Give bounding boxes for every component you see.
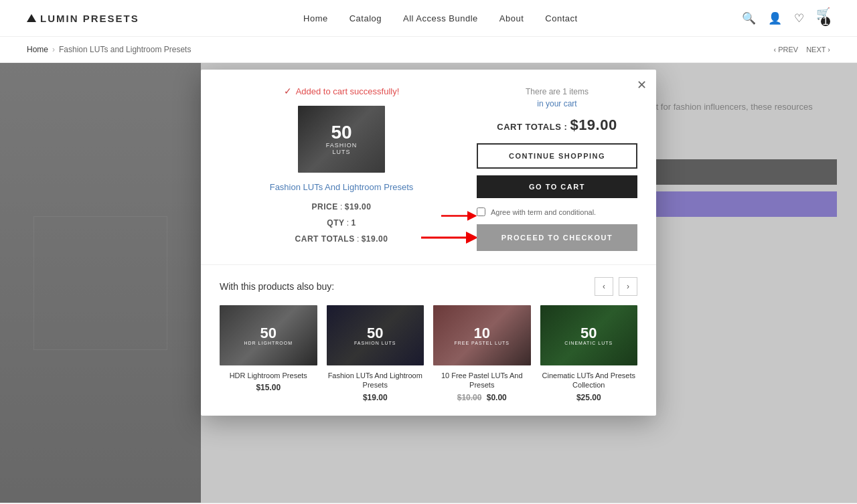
modal-overlay: ✕ ✓ Added to cart successfully! 50 FASHI…	[0, 63, 857, 503]
product-img-label1: FASHION	[326, 142, 358, 149]
related-product-3-price: $10.00 $0.00	[433, 393, 531, 402]
cart-totals-value: $19.00	[362, 234, 388, 244]
cart-total-label: CART TOTALS :	[497, 122, 570, 132]
modal-product-details: PRICE : $19.00 QTY : 1 CART TOTALS : $19…	[295, 199, 388, 247]
related-product-4-image: 50 CINEMATIC LUTS	[540, 305, 638, 365]
related-product-3[interactable]: 10 FREE PASTEL LUTS 10 Free Pastel LUTs …	[433, 305, 531, 402]
related-product-4[interactable]: 50 CINEMATIC LUTS Cinematic LUTs And Pre…	[540, 305, 638, 402]
items-count-text: There are 1 items	[526, 87, 589, 96]
success-message: ✓ Added to cart successfully!	[284, 86, 400, 96]
modal-product-info: ✓ Added to cart successfully! 50 FASHION…	[220, 86, 463, 251]
cart-badge: 1	[821, 17, 830, 26]
nav-about[interactable]: About	[499, 13, 524, 23]
nav-icons: 🔍 👤 ♡ 🛒 1	[742, 7, 830, 30]
modal-product-name: Fashion LUTs And Lightroom Presets	[270, 182, 414, 192]
prev-button[interactable]: ‹ PREV	[773, 46, 798, 54]
related-product-2-image: 50 FASHION LUTS	[327, 305, 424, 365]
related-product-1-image: 50 HDR LIGHTROOM	[220, 305, 317, 365]
nav-home[interactable]: Home	[303, 13, 328, 23]
go-to-cart-button[interactable]: GO TO CART	[477, 175, 637, 198]
price-value: $19.00	[345, 202, 372, 212]
arrow-to-checkbox-icon	[440, 207, 477, 224]
cart-modal: ✕ ✓ Added to cart successfully! 50 FASHI…	[201, 70, 656, 416]
price-label: PRICE	[312, 202, 338, 212]
related-products-grid: 50 HDR LIGHTROOM HDR Lightroom Presets $…	[220, 305, 637, 402]
next-button[interactable]: NEXT ›	[806, 46, 830, 54]
proceed-to-checkout-button[interactable]: PROCEED TO CHECKOUT	[477, 224, 637, 251]
breadcrumb-current: Fashion LUTs and Lightroom Presets	[59, 45, 191, 54]
arrow-to-checkout-icon	[420, 228, 477, 248]
logo-triangle-icon	[27, 14, 36, 22]
page-content: Fashion LUTs and Lightroom Presets hy us…	[0, 63, 857, 503]
checkmark-icon: ✓	[284, 86, 292, 96]
wishlist-icon[interactable]: ♡	[794, 11, 804, 25]
carousel-prev-button[interactable]: ‹	[595, 277, 613, 296]
qty-label: QTY	[327, 218, 344, 228]
search-icon[interactable]: 🔍	[742, 11, 756, 25]
items-cart-text: in your cart	[537, 99, 576, 108]
breadcrumb-home[interactable]: Home	[27, 45, 48, 54]
cart-totals-label: CART TOTALS	[295, 234, 355, 244]
cart-total-price: $19.00	[570, 116, 617, 133]
related-product-1-name: HDR Lightroom Presets	[220, 371, 317, 380]
related-product-3-name: 10 Free Pastel LUTs And Presets	[433, 371, 531, 390]
product-4-img-num: 50	[580, 326, 597, 341]
related-product-2[interactable]: 50 FASHION LUTS Fashion LUTs And Lightro…	[327, 305, 424, 402]
qty-value: 1	[352, 218, 356, 228]
continue-shopping-button[interactable]: CONTINUE SHOPPING	[477, 143, 637, 169]
navigation: LUMIN PRESETS Home Catalog All Access Bu…	[0, 0, 857, 37]
related-product-2-name: Fashion LUTs And Lightroom Presets	[327, 371, 424, 390]
also-buy-title: With this products also buy:	[220, 281, 334, 292]
modal-top-section: ✓ Added to cart successfully! 50 FASHION…	[201, 70, 656, 265]
logo-text: LUMIN PRESETS	[40, 13, 139, 24]
product-4-img-label: CINEMATIC LUTS	[564, 341, 613, 345]
modal-cart-actions: There are 1 items in your cart CART TOTA…	[477, 86, 637, 251]
checkout-button-wrapper: PROCEED TO CHECKOUT	[477, 224, 637, 251]
related-product-2-price: $19.00	[327, 393, 424, 402]
related-product-1-price: $15.00	[220, 383, 317, 392]
product-3-img-num: 10	[474, 326, 490, 341]
account-icon[interactable]: 👤	[768, 11, 782, 25]
nav-links: Home Catalog All Access Bundle About Con…	[303, 13, 578, 23]
modal-close-button[interactable]: ✕	[637, 78, 647, 92]
product-3-img-label: FREE PASTEL LUTS	[454, 341, 510, 345]
terms-checkbox[interactable]	[477, 207, 485, 216]
product-img-label2: LUTS	[332, 149, 350, 155]
items-count-message: There are 1 items in your cart	[526, 86, 589, 110]
related-product-3-image: 10 FREE PASTEL LUTS	[433, 305, 531, 365]
related-product-4-name: Cinematic LUTs And Presets Collection	[540, 371, 638, 390]
cart-total-display: CART TOTALS : $19.00	[497, 116, 617, 134]
product-1-img-label: HDR LIGHTROOM	[244, 341, 293, 345]
carousel-next-button[interactable]: ›	[619, 277, 637, 296]
related-product-1[interactable]: 50 HDR LIGHTROOM HDR Lightroom Presets $…	[220, 305, 317, 402]
product-2-img-label: FASHION LUTS	[354, 341, 396, 345]
nav-catalog[interactable]: Catalog	[349, 13, 382, 23]
pagination-nav: ‹ PREV NEXT ›	[773, 46, 830, 54]
cart-icon[interactable]: 🛒 1	[816, 7, 830, 30]
terms-checkbox-line: Agree with term and conditional.	[477, 207, 637, 216]
product-1-img-num: 50	[260, 326, 277, 341]
checkbox-container: Agree with term and conditional.	[477, 207, 637, 224]
also-buy-section: With this products also buy: ‹ › 50 HDR …	[201, 265, 656, 416]
related-product-4-price: $25.00	[540, 393, 638, 402]
product-2-img-num: 50	[367, 326, 383, 341]
terms-label: Agree with term and conditional.	[491, 208, 596, 216]
product-img-number: 50	[331, 123, 352, 142]
carousel-controls: ‹ ›	[595, 277, 637, 296]
nav-bundle[interactable]: All Access Bundle	[403, 13, 478, 23]
nav-contact[interactable]: Contact	[545, 13, 577, 23]
breadcrumb-sep: ›	[52, 45, 55, 54]
also-buy-header: With this products also buy: ‹ ›	[220, 277, 637, 296]
modal-product-image: 50 FASHION LUTS	[298, 106, 385, 173]
breadcrumb: Home › Fashion LUTs and Lightroom Preset…	[0, 37, 857, 63]
logo[interactable]: LUMIN PRESETS	[27, 13, 139, 24]
success-text: Added to cart successfully!	[296, 86, 400, 96]
